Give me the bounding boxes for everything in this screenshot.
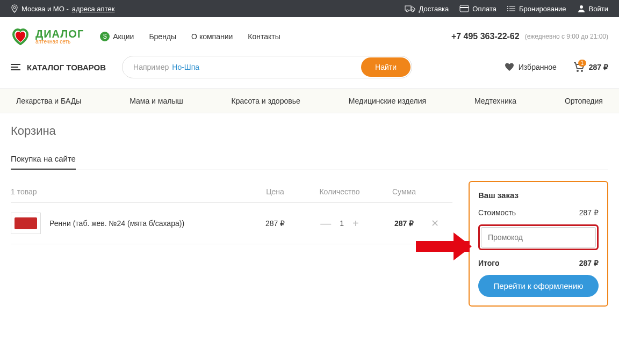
page-title: Корзина <box>11 124 608 138</box>
category-nav: Лекарства и БАДы Мама и малыш Красота и … <box>0 89 619 113</box>
top-bar: Москва и МО - адреса аптек Доставка Опла… <box>0 0 619 17</box>
svg-rect-1 <box>405 6 411 10</box>
search-bar: КАТАЛОГ ТОВАРОВ Например Найти Избранное… <box>0 56 619 88</box>
mini-cart[interactable]: 1 287 <box>573 62 608 72</box>
header-sum: Сумма <box>377 187 431 196</box>
cat-drugs[interactable]: Лекарства и БАДы <box>16 97 81 105</box>
tab-site-purchase[interactable]: Покупка на сайте <box>11 149 76 170</box>
header-price: Цена <box>248 187 302 196</box>
qty-minus[interactable]: — <box>320 217 331 230</box>
truck-icon <box>405 5 415 12</box>
nav-about[interactable]: О компании <box>191 32 233 41</box>
heart-icon <box>11 27 30 46</box>
cat-medical[interactable]: Медицинские изделия <box>349 97 426 105</box>
cost-label: Стоимость <box>478 208 516 217</box>
svg-point-9 <box>507 6 508 7</box>
cost-value: 287 <box>579 208 599 217</box>
nav-contacts[interactable]: Контакты <box>248 32 280 41</box>
card-icon <box>459 5 469 12</box>
burger-icon <box>11 64 20 70</box>
annotation-arrow <box>394 236 470 257</box>
order-title: Ваш заказ <box>478 191 599 200</box>
cat-ortho[interactable]: Ортопедия <box>565 97 603 105</box>
heart-fill-icon <box>505 63 514 71</box>
cart-table-header: 1 товар Цена Количество Сумма <box>11 181 452 203</box>
header: ДИАЛОГ аптечная сеть $ Акции Бренды О ко… <box>0 17 619 56</box>
favorites-link[interactable]: Избранное <box>505 63 557 71</box>
tabs: Покупка на сайте <box>11 149 608 170</box>
search-input[interactable] <box>172 63 360 71</box>
search-box: Например Найти <box>122 56 412 78</box>
svg-point-12 <box>580 5 583 9</box>
logo-title: ДИАЛОГ <box>35 28 84 39</box>
cat-beauty[interactable]: Красота и здоровье <box>232 97 300 105</box>
svg-point-3 <box>412 10 414 12</box>
cat-mom-baby[interactable]: Мама и малыш <box>129 97 183 105</box>
nav-brands[interactable]: Бренды <box>149 32 176 41</box>
total-label: Итого <box>478 259 499 267</box>
cart-total: 287 <box>589 63 608 71</box>
user-icon <box>577 4 586 13</box>
remove-item[interactable]: ✕ <box>431 217 452 229</box>
search-prefix: Например <box>133 63 169 71</box>
cat-medtech[interactable]: Медтехника <box>474 97 516 105</box>
phone-hours: (ежедневно с 9:00 до 21:00) <box>525 33 608 40</box>
delivery-link[interactable]: Доставка <box>405 5 449 13</box>
order-summary: Ваш заказ Стоимость 287 Итого 287 Перейт… <box>469 181 608 307</box>
logo[interactable]: ДИАЛОГ аптечная сеть <box>11 27 84 46</box>
pharmacy-addresses-link[interactable]: адреса аптек <box>72 5 115 13</box>
promo-input[interactable] <box>481 227 596 247</box>
header-qty: Количество <box>302 187 377 196</box>
search-button[interactable]: Найти <box>361 57 411 77</box>
logo-subtitle: аптечная сеть <box>35 39 84 45</box>
total-value: 287 <box>579 259 599 267</box>
item-sum: 287 <box>377 219 431 228</box>
cart-item-row: Ренни (таб. жев. №24 (мята б/сахара)) 28… <box>11 203 452 244</box>
checkout-button[interactable]: Перейти к оформлению <box>478 275 599 297</box>
svg-point-0 <box>13 6 16 9</box>
payment-link[interactable]: Оплата <box>459 5 496 13</box>
svg-point-10 <box>507 8 508 9</box>
catalog-button[interactable]: КАТАЛОГ ТОВАРОВ <box>11 63 106 72</box>
booking-link[interactable]: Бронирование <box>507 5 566 13</box>
pin-icon <box>11 4 18 13</box>
items-count: 1 товар <box>11 187 248 196</box>
svg-point-2 <box>406 10 408 12</box>
svg-rect-4 <box>460 5 469 12</box>
login-link[interactable]: Войти <box>577 4 608 13</box>
location-prefix: Москва и МО - <box>21 5 69 13</box>
promo-highlight <box>478 224 599 250</box>
dollar-icon: $ <box>100 32 110 41</box>
product-image[interactable] <box>11 213 41 234</box>
svg-point-13 <box>577 70 579 72</box>
nav-promo[interactable]: $ Акции <box>100 32 134 41</box>
item-price: 287 <box>248 219 302 228</box>
product-name[interactable]: Ренни (таб. жев. №24 (мята б/сахара)) <box>49 219 184 228</box>
list-icon <box>507 5 516 12</box>
qty-value: 1 <box>340 219 344 228</box>
phone-number[interactable]: +7 495 363-22-62 <box>451 32 520 41</box>
cart-count-badge: 1 <box>578 60 587 67</box>
qty-plus[interactable]: + <box>352 217 359 230</box>
svg-point-11 <box>507 10 508 11</box>
svg-point-14 <box>581 70 583 72</box>
